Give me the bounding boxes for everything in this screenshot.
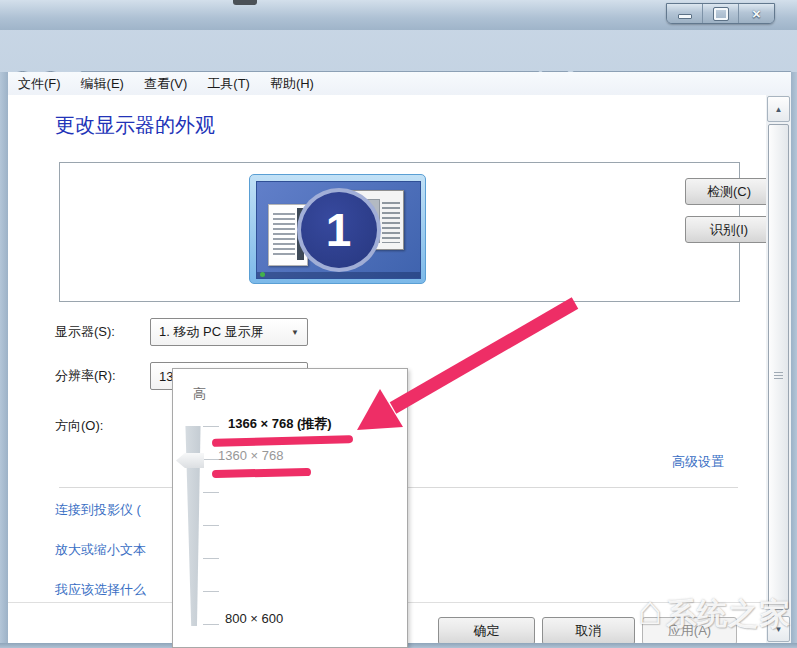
menu-view[interactable]: 查看(V): [134, 75, 197, 93]
watermark-text: 系统之家: [666, 588, 790, 640]
close-button[interactable]: ×: [738, 4, 774, 23]
top-notch: [233, 0, 257, 5]
menu-help[interactable]: 帮助(H): [260, 75, 324, 93]
scroll-up-button[interactable]: ▲: [767, 96, 790, 122]
orientation-field-label: 方向(O):: [55, 417, 103, 435]
slider-high-label: 高: [193, 385, 206, 403]
vertical-scrollbar[interactable]: ▲ ▼: [766, 95, 791, 648]
resolution-slider-thumb[interactable]: [176, 453, 204, 468]
slider-tick: [203, 525, 219, 526]
slider-tick: [203, 426, 219, 427]
scrollbar-thumb[interactable]: [768, 124, 789, 610]
ok-button[interactable]: 确定: [438, 617, 535, 643]
display-field-label: 显示器(S):: [55, 323, 115, 341]
window-border-right: [791, 72, 797, 648]
detect-button[interactable]: 检测(C): [685, 178, 766, 205]
maximize-icon: [714, 8, 728, 20]
minimize-icon: [678, 14, 692, 19]
display-combobox-value: 1. 移动 PC 显示屏: [159, 323, 264, 341]
cancel-button[interactable]: 取消: [542, 617, 635, 643]
site-watermark: ⌂ 系统之家: [638, 588, 790, 640]
slider-tick: [203, 492, 219, 493]
display-combobox[interactable]: 1. 移动 PC 显示屏 ▼: [150, 318, 308, 346]
slider-tick: [203, 624, 219, 625]
slider-tick: [203, 459, 219, 460]
menu-tools[interactable]: 工具(T): [197, 75, 260, 93]
monitor-preview-panel: 1 检测(C) 识别(I): [59, 162, 740, 302]
caption-button-group: ×: [666, 3, 775, 24]
house-logo-icon: ⌂: [638, 588, 662, 632]
preview-taskbar: [257, 272, 420, 278]
make-text-larger-link[interactable]: 放大或缩小文本: [55, 541, 146, 559]
screen-resolution-window: × ← → ▼ « 外观和个性化 ▶ 显示 ▶ 屏幕分辨率 ▼ ⇅ 文件(F) …: [0, 0, 797, 648]
navigation-bar: ← → ▼ « 外观和个性化 ▶ 显示 ▶ 屏幕分辨率 ▼ ⇅: [0, 30, 797, 72]
advanced-settings-link[interactable]: 高级设置: [672, 453, 724, 471]
preview-start-orb: [260, 272, 265, 277]
close-icon: ×: [752, 6, 761, 21]
chevron-down-icon: ▼: [291, 328, 299, 337]
window-border-left: [0, 72, 8, 648]
maximize-button[interactable]: [702, 4, 738, 23]
menu-file[interactable]: 文件(F): [8, 75, 71, 93]
monitor-preview[interactable]: 1: [249, 174, 426, 284]
identify-button[interactable]: 识别(I): [685, 216, 766, 243]
resolution-field-label: 分辨率(R):: [55, 367, 116, 385]
resolution-option-low[interactable]: 800 × 600: [225, 611, 283, 626]
page-title: 更改显示器的外观: [55, 112, 215, 139]
resolution-option-recommended[interactable]: 1366 × 768 (推荐): [228, 415, 332, 433]
what-settings-link[interactable]: 我应该选择什么: [55, 581, 146, 599]
scrollbar-grip: [774, 372, 783, 380]
resolution-dropdown-popup: 高 1366 × 768 (推荐) 1360 × 768 800 × 600: [172, 368, 408, 648]
title-bar: ×: [0, 0, 797, 30]
triangle-up-icon: ▲: [775, 105, 783, 114]
slider-tick: [203, 591, 219, 592]
menu-bar: 文件(F) 编辑(E) 查看(V) 工具(T) 帮助(H): [8, 72, 791, 96]
menu-edit[interactable]: 编辑(E): [71, 75, 134, 93]
monitor-number-badge: 1: [297, 188, 381, 272]
connect-projector-link[interactable]: 连接到投影仪 (: [55, 501, 141, 519]
monitor-screen: 1: [256, 181, 421, 279]
slider-tick: [203, 558, 219, 559]
resolution-option-current[interactable]: 1360 × 768: [218, 448, 283, 463]
minimize-button[interactable]: [667, 4, 702, 23]
